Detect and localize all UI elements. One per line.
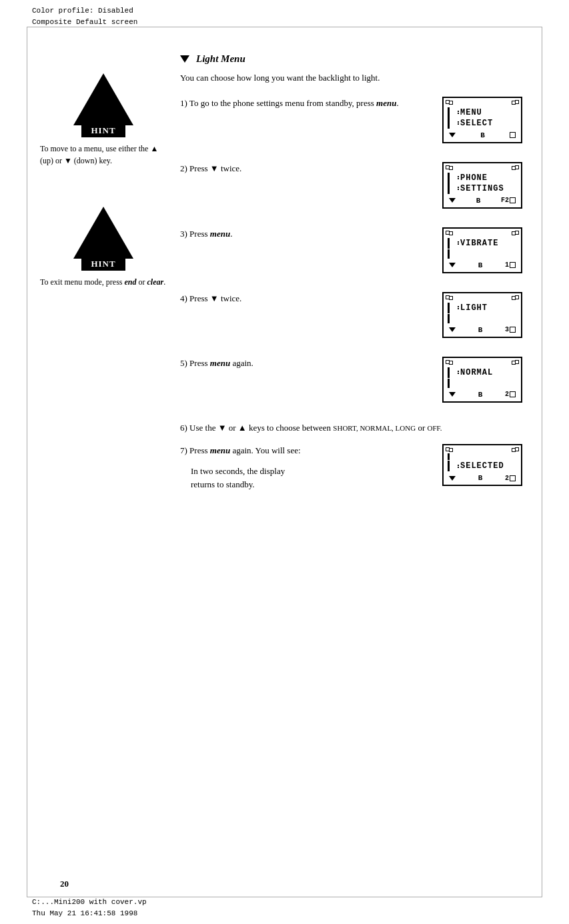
lcd-row1-step5: NORMAL xyxy=(448,367,518,378)
hint-text-2: To exit menu mode, press end or clear. xyxy=(40,276,167,288)
lcd-screen-3: VIBRATE B 1 xyxy=(442,227,522,273)
step-5-text: 5) Press menu again. xyxy=(180,357,432,371)
lcd-screen-4: LIGHT B 3 xyxy=(442,292,522,338)
hint-box-1: HINT To move to a menu, use either the ▲… xyxy=(40,73,167,167)
hint-triangle-1 xyxy=(73,73,133,125)
step-3-screen: VIBRATE B 1 xyxy=(442,227,529,273)
step6-options: SHORT, NORMAL, LONG xyxy=(333,424,416,432)
lcd-bottom-step5: B 2 xyxy=(446,389,518,399)
step-2-text: 2) Press ▼ twice. xyxy=(180,162,432,176)
step-4-text: 4) Press ▼ twice. xyxy=(180,292,432,306)
step-6-text: 6) Use the ▼ or ▲ keys to choose between… xyxy=(180,421,529,435)
lcd-screen-2: PHONE SETTINGS B F2 xyxy=(442,162,522,209)
top-meta: Color profile: Disabled Composite Defaul… xyxy=(32,5,137,27)
hint-box-2: HINT To exit menu mode, press end or cle… xyxy=(40,207,167,288)
lcd-row1-step2: PHONE xyxy=(448,173,518,183)
section-title: Light Menu xyxy=(180,53,529,65)
lcd-row1-step4: LIGHT xyxy=(448,303,518,313)
step-4-row: 4) Press ▼ twice. LIGHT xyxy=(180,292,529,338)
step-1-text: 1) To go to the phone settings menu from… xyxy=(180,97,432,111)
step-2-screen: PHONE SETTINGS B F2 xyxy=(442,162,529,209)
hint-triangle-2 xyxy=(73,207,133,259)
step-1-screen: MENU SELECT B xyxy=(442,97,529,143)
step-2-row: 2) Press ▼ twice. PHONE xyxy=(180,162,529,209)
step6-off: OFF. xyxy=(428,424,442,432)
lcd-bottom-step7: B 2 xyxy=(446,473,518,482)
lcd-row2-step1: SELECT xyxy=(448,118,518,129)
lcd-corner-box-1 xyxy=(510,132,516,138)
lcd-down-arrow-3 xyxy=(449,263,456,267)
lcd-corner-box-5 xyxy=(510,391,516,397)
lcd-down-arrow-2 xyxy=(449,198,456,203)
step-7-text: 7) Press menu again. You will see: xyxy=(180,444,432,458)
lcd-corner-box-4 xyxy=(510,327,516,333)
step-4-screen: LIGHT B 3 xyxy=(442,292,529,338)
down-arrow-icon xyxy=(180,55,189,63)
step-1-row: 1) To go to the phone settings menu from… xyxy=(180,97,529,143)
lcd-bottom-step1: B xyxy=(446,130,518,139)
step-7-row: 7) Press menu again. You will see: In tw… xyxy=(180,444,529,491)
lcd-screen-1: MENU SELECT B xyxy=(442,97,522,143)
hint-label-1: HINT xyxy=(81,124,125,137)
right-column: Light Menu You can choose how long you w… xyxy=(173,53,529,844)
lcd-down-arrow-7 xyxy=(449,476,456,481)
lcd-row1-step7: SELECTED xyxy=(448,461,518,471)
hint-label-2: HINT xyxy=(81,257,125,271)
bottom-meta: C:...Mini200 with cover.vp Thu May 21 16… xyxy=(32,897,147,919)
hint-text-1: To move to a menu, use either the ▲ (up)… xyxy=(40,143,167,167)
lcd-bottom-step3: B 1 xyxy=(446,260,518,269)
step-5-screen: NORMAL B 2 xyxy=(442,357,529,403)
left-column: HINT To move to a menu, use either the ▲… xyxy=(40,53,173,844)
lcd-bottom-step2: B F2 xyxy=(446,195,518,205)
lcd-row1-step1: MENU xyxy=(448,107,518,118)
lcd-down-arrow-5 xyxy=(449,392,456,397)
step-7-subtext: In two seconds, the displayreturns to st… xyxy=(191,465,432,491)
lcd-row1-step3: VIBRATE xyxy=(448,238,518,249)
step-3-text: 3) Press menu. xyxy=(180,227,432,241)
intro-text: You can choose how long you want the bac… xyxy=(180,71,529,85)
lcd-corner-box-7 xyxy=(510,475,516,481)
step-5-row: 5) Press menu again. NORMAL xyxy=(180,357,529,403)
step-3-row: 3) Press menu. VIBRATE xyxy=(180,227,529,273)
lcd-corner-box-3 xyxy=(510,262,516,268)
lcd-down-arrow-4 xyxy=(449,327,456,332)
lcd-screen-5: NORMAL B 2 xyxy=(442,357,522,403)
section-title-text: Light Menu xyxy=(196,53,245,65)
lcd-row2-step2: SETTINGS xyxy=(448,183,518,194)
lcd-bottom-step4: B 3 xyxy=(446,325,518,334)
lcd-down-arrow-1 xyxy=(449,133,456,137)
lcd-corner-box-2 xyxy=(510,197,516,203)
content-area: HINT To move to a menu, use either the ▲… xyxy=(40,53,529,844)
step-7-screen: SELECTED B 2 xyxy=(442,444,529,486)
step-7-left: 7) Press menu again. You will see: In tw… xyxy=(180,444,432,491)
page-number: 20 xyxy=(60,879,69,889)
lcd-screen-7: SELECTED B 2 xyxy=(442,444,522,486)
